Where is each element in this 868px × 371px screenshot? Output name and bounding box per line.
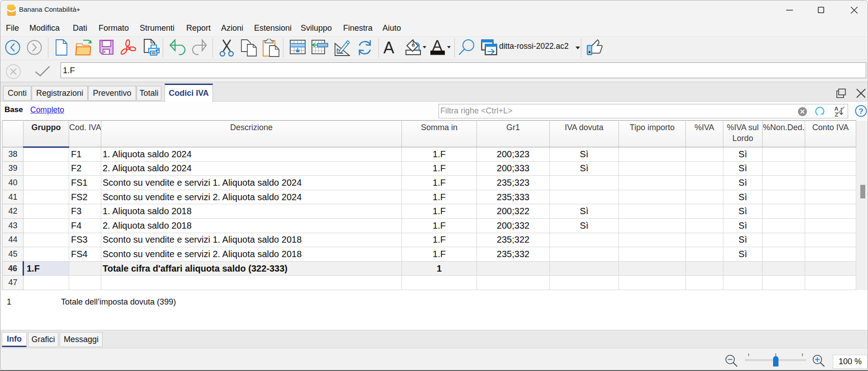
svg-text:A: A: [834, 106, 838, 112]
svg-text:?: ?: [859, 107, 863, 116]
